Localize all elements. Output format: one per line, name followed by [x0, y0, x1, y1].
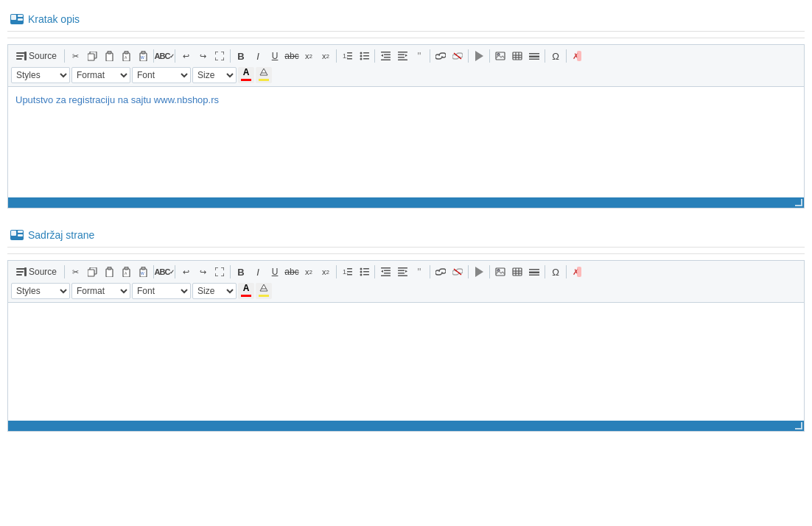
- copy-btn[interactable]: [84, 48, 100, 64]
- anchor-btn2[interactable]: [471, 264, 487, 280]
- styles-select[interactable]: Styles: [11, 67, 70, 83]
- strikethrough-btn2[interactable]: abc: [284, 264, 300, 280]
- section2-divider: [7, 253, 805, 254]
- svg-rect-47: [529, 56, 539, 58]
- remove-link-btn[interactable]: [449, 48, 466, 64]
- svg-rect-0: [11, 15, 16, 20]
- svg-rect-3: [16, 52, 25, 54]
- svg-rect-86: [398, 273, 405, 274]
- indent-increase-btn[interactable]: [394, 48, 410, 64]
- cut-btn2[interactable]: ✂: [67, 264, 83, 280]
- special-char-btn[interactable]: Ω: [547, 48, 564, 64]
- undo-btn2[interactable]: ↩: [178, 264, 194, 280]
- svg-rect-15: [141, 51, 145, 54]
- ordered-list-btn[interactable]: 1.: [339, 48, 355, 64]
- size-select[interactable]: Size: [192, 67, 237, 83]
- svg-rect-57: [16, 274, 22, 276]
- paste-word-btn2[interactable]: W: [135, 264, 151, 280]
- editor2-toolbar-row1: Source ✂ A W ABC✓ ↩: [11, 264, 801, 280]
- svg-rect-78: [363, 274, 369, 276]
- text-color-btn[interactable]: A: [238, 67, 254, 83]
- anchor-btn[interactable]: [471, 48, 487, 64]
- italic-btn2[interactable]: I: [250, 264, 266, 280]
- paste-word-btn[interactable]: W: [135, 48, 151, 64]
- underline-btn2[interactable]: U: [267, 264, 283, 280]
- blockquote-btn2[interactable]: ": [411, 264, 427, 280]
- svg-marker-38: [475, 51, 483, 61]
- special-char-btn2[interactable]: Ω: [547, 264, 564, 280]
- svg-rect-81: [384, 273, 391, 274]
- svg-point-21: [360, 52, 362, 55]
- svg-rect-6: [24, 52, 27, 60]
- styles-select2[interactable]: Styles: [11, 283, 70, 299]
- redo-btn[interactable]: ↪: [195, 48, 211, 64]
- spellcheck-btn2[interactable]: ABC✓: [156, 264, 172, 280]
- unordered-list-btn[interactable]: [356, 48, 372, 64]
- superscript-btn[interactable]: x2: [318, 48, 334, 64]
- sep10: [545, 49, 545, 63]
- svg-rect-39: [496, 52, 505, 60]
- editor2-resize-handle[interactable]: [795, 422, 802, 429]
- maximize-btn2[interactable]: [211, 264, 228, 280]
- spellcheck-btn[interactable]: ABC✓: [156, 48, 172, 64]
- italic-btn[interactable]: I: [250, 48, 266, 64]
- indent-decrease-btn[interactable]: [377, 48, 393, 64]
- bg-color-btn[interactable]: [256, 67, 272, 83]
- maximize-btn[interactable]: [211, 48, 228, 64]
- copy-btn2[interactable]: [84, 264, 100, 280]
- editor2-content[interactable]: [8, 303, 804, 421]
- indent-increase-btn2[interactable]: [394, 264, 410, 280]
- size-select2[interactable]: Size: [192, 283, 237, 299]
- font-select[interactable]: Font: [132, 67, 191, 83]
- insert-table-btn2[interactable]: [509, 264, 525, 280]
- insert-link-btn[interactable]: [433, 48, 449, 64]
- bg-color-btn2[interactable]: [256, 283, 272, 299]
- indent-decrease-btn2[interactable]: [377, 264, 393, 280]
- svg-marker-31: [381, 55, 383, 57]
- insert-table-btn[interactable]: [509, 48, 525, 64]
- undo-btn[interactable]: ↩: [178, 48, 194, 64]
- blockquote-btn[interactable]: ": [411, 48, 427, 64]
- insert-link-btn2[interactable]: [433, 264, 449, 280]
- bold-btn[interactable]: B: [233, 48, 249, 64]
- remove-link-btn2[interactable]: [449, 264, 466, 280]
- format-select[interactable]: Format: [71, 67, 130, 83]
- text-color-btn2[interactable]: A: [238, 283, 254, 299]
- unordered-list-btn2[interactable]: [356, 264, 372, 280]
- svg-rect-33: [398, 55, 405, 56]
- remove-format-btn2[interactable]: ✗: [569, 264, 585, 280]
- font-select2[interactable]: Font: [132, 283, 191, 299]
- svg-rect-53: [18, 231, 23, 233]
- paste-text-btn[interactable]: A: [118, 48, 134, 64]
- svg-rect-100: [529, 275, 539, 276]
- svg-rect-18: [347, 52, 352, 54]
- bold-btn2[interactable]: B: [233, 264, 249, 280]
- sep1: [64, 49, 65, 63]
- paste-text-btn2[interactable]: A: [118, 264, 134, 280]
- insert-image-btn2[interactable]: [492, 264, 508, 280]
- subscript-btn2[interactable]: x2: [301, 264, 317, 280]
- cut-btn[interactable]: ✂: [67, 48, 83, 64]
- format-select2[interactable]: Format: [71, 283, 130, 299]
- editor1-content[interactable]: Uputstvo za registraciju na sajtu www.nb…: [8, 87, 804, 197]
- editor1-source-btn[interactable]: Source: [11, 48, 62, 64]
- remove-format-btn[interactable]: ✗: [569, 48, 585, 64]
- ordered-list-btn2[interactable]: 1.: [339, 264, 355, 280]
- svg-point-22: [360, 55, 362, 57]
- svg-rect-26: [363, 58, 369, 60]
- redo-btn2[interactable]: ↪: [195, 264, 211, 280]
- svg-rect-9: [106, 53, 113, 61]
- superscript-btn2[interactable]: x2: [318, 264, 334, 280]
- subscript-btn[interactable]: x2: [301, 48, 317, 64]
- horizontal-rule-btn[interactable]: [526, 48, 542, 64]
- underline-btn[interactable]: U: [267, 48, 283, 64]
- editor1-resize-handle[interactable]: [795, 199, 802, 206]
- strikethrough-btn[interactable]: abc: [284, 48, 300, 64]
- paste-btn2[interactable]: [101, 264, 117, 280]
- sep10b: [545, 265, 545, 278]
- insert-image-btn[interactable]: [492, 48, 508, 64]
- horizontal-rule-btn2[interactable]: [526, 264, 542, 280]
- editor2-source-btn[interactable]: Source: [11, 264, 62, 280]
- paste-btn[interactable]: [101, 48, 117, 64]
- svg-rect-48: [529, 59, 539, 60]
